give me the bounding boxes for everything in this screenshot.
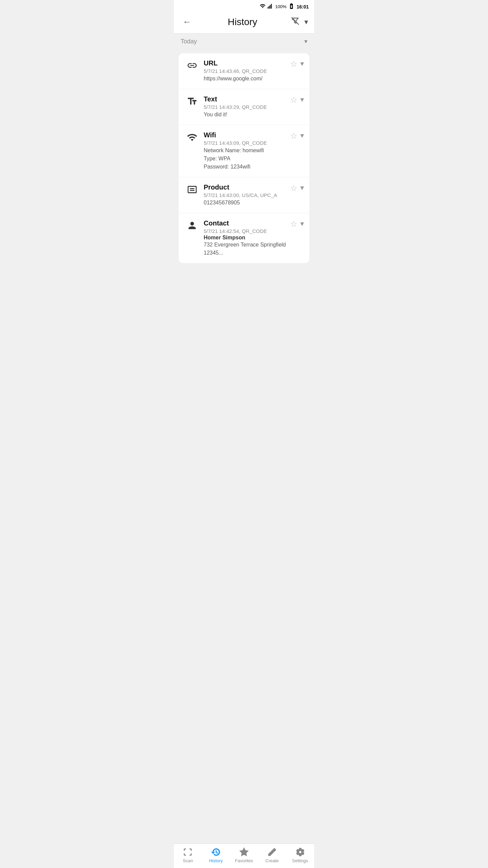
url-icon [184, 60, 200, 71]
wifi-actions: ☆ ▾ [290, 131, 304, 140]
wifi-icon [184, 132, 200, 143]
product-actions: ☆ ▾ [290, 183, 304, 192]
wifi-favorite-button[interactable]: ☆ [290, 132, 298, 140]
url-detail: https://www.google.com/ [204, 75, 290, 83]
text-content: Text 5/7/21 14:43:29, QR_CODE You did it… [200, 95, 290, 119]
history-item-product[interactable]: Product 5/7/21 14:43:00, US/CA, UPC_A 01… [179, 177, 309, 213]
wifi-content: Wifi 5/7/21 14:43:09, QR_CODE Network Na… [200, 131, 290, 171]
wifi-status-icon [260, 3, 266, 10]
text-type-label: Text [204, 95, 290, 103]
svg-rect-1 [269, 6, 269, 8]
product-detail: 012345678905 [204, 199, 290, 207]
battery-icon [288, 3, 295, 11]
contact-icon [184, 220, 200, 231]
signal-icon [267, 3, 273, 10]
header-actions: ▾ [291, 17, 308, 27]
text-actions: ☆ ▾ [290, 95, 304, 104]
filter-icon[interactable] [291, 17, 300, 27]
svg-rect-2 [270, 5, 270, 8]
url-actions: ☆ ▾ [290, 59, 304, 68]
back-button[interactable]: ← [180, 15, 194, 28]
contact-actions: ☆ ▾ [290, 219, 304, 228]
status-bar: 100% 16:01 [174, 0, 314, 12]
history-item-text[interactable]: Text 5/7/21 14:43:29, QR_CODE You did it… [179, 89, 309, 125]
text-icon [184, 96, 200, 107]
url-favorite-button[interactable]: ☆ [290, 60, 298, 68]
url-type-label: URL [204, 59, 290, 67]
wifi-type-label: Wifi [204, 131, 290, 139]
cards-container: URL 5/7/21 14:43:46, QR_CODE https://www… [174, 49, 314, 267]
wifi-detail: Network Name: homewifiType: WPAPassword:… [204, 146, 290, 171]
wifi-meta: 5/7/21 14:43:09, QR_CODE [204, 140, 290, 146]
text-meta: 5/7/21 14:43:29, QR_CODE [204, 104, 290, 110]
header-dropdown-button[interactable]: ▾ [304, 18, 308, 26]
contact-expand-button[interactable]: ▾ [300, 220, 304, 228]
section-chevron[interactable]: ▾ [304, 38, 307, 45]
text-detail: You did it! [204, 111, 290, 119]
page-title: History [228, 17, 257, 27]
url-meta: 5/7/21 14:43:46, QR_CODE [204, 68, 290, 74]
text-favorite-button[interactable]: ☆ [290, 96, 298, 104]
contact-favorite-button[interactable]: ☆ [290, 220, 298, 228]
url-expand-button[interactable]: ▾ [300, 60, 304, 67]
header: ← History ▾ [174, 12, 314, 34]
section-header: Today ▾ [174, 34, 314, 49]
history-card: URL 5/7/21 14:43:46, QR_CODE https://www… [179, 53, 309, 263]
product-favorite-button[interactable]: ☆ [290, 184, 298, 192]
product-icon [184, 184, 200, 195]
history-item-url[interactable]: URL 5/7/21 14:43:46, QR_CODE https://www… [179, 53, 309, 89]
history-item-wifi[interactable]: Wifi 5/7/21 14:43:09, QR_CODE Network Na… [179, 125, 309, 177]
svg-rect-3 [271, 4, 272, 8]
status-icons: 100% 16:01 [260, 3, 309, 11]
contact-type-label: Contact [204, 219, 290, 227]
contact-content: Contact 5/7/21 14:42:54, QR_CODE Homer S… [200, 219, 290, 257]
product-expand-button[interactable]: ▾ [300, 184, 304, 192]
url-content: URL 5/7/21 14:43:46, QR_CODE https://www… [200, 59, 290, 83]
product-content: Product 5/7/21 14:43:00, US/CA, UPC_A 01… [200, 183, 290, 207]
section-label: Today [181, 38, 197, 45]
text-expand-button[interactable]: ▾ [300, 96, 304, 103]
product-meta: 5/7/21 14:43:00, US/CA, UPC_A [204, 192, 290, 198]
wifi-expand-button[interactable]: ▾ [300, 132, 304, 139]
svg-rect-0 [268, 7, 268, 8]
contact-name: Homer Simpson [204, 235, 290, 241]
contact-address: 732 Evergreen Terrace Springfield 12345.… [204, 241, 290, 257]
contact-meta: 5/7/21 14:42:54, QR_CODE [204, 228, 290, 234]
battery-percentage: 100% [275, 4, 286, 9]
product-type-label: Product [204, 183, 290, 191]
time: 16:01 [297, 4, 309, 9]
history-item-contact[interactable]: Contact 5/7/21 14:42:54, QR_CODE Homer S… [179, 213, 309, 263]
